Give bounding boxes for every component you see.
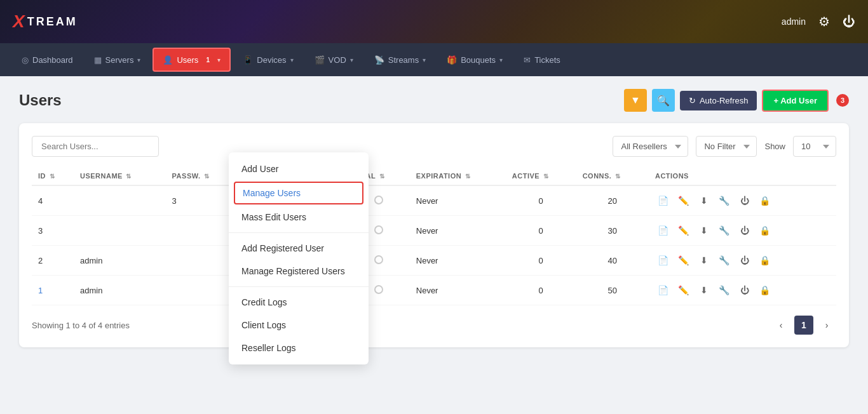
col-username: USERNAME ⇅ [74,167,166,185]
action-file-button[interactable]: 📄 [655,192,672,209]
action-hammer-button[interactable]: 🔧 [716,282,733,298]
logo[interactable]: X TREAM [13,13,78,30]
sidebar-item-vod[interactable]: 🎬 VOD ▾ [306,50,362,70]
action-lock-button[interactable]: 🔒 [757,282,773,298]
dropdown-manage-registered-users[interactable]: Manage Registered Users [229,260,369,283]
sidebar-item-streams[interactable]: 📡 Streams ▾ [365,50,435,70]
table-controls: All Resellers No Filter Show 10 25 50 10… [32,136,836,157]
action-hammer-button[interactable]: 🔧 [716,252,733,269]
action-hammer-button[interactable]: 🔧 [716,222,733,239]
show-count[interactable]: 10 25 50 100 [793,136,836,157]
nav-bouquets-label: Bouquets [461,55,496,65]
vod-icon: 🎬 [315,55,325,65]
cell-conns: 50 [576,276,649,305]
dropdown-mass-edit-users[interactable]: Mass Edit Users [229,206,369,229]
page-title: Users [19,91,62,109]
servers-icon: ▦ [94,55,102,65]
page-1-button[interactable]: 1 [794,316,813,335]
users-icon: 👤 [163,55,173,65]
prev-page-button[interactable]: ‹ [771,316,790,335]
dropdown-add-user[interactable]: Add User [229,157,369,180]
cell-password [166,216,238,246]
table-footer: Showing 1 to 4 of 4 entries ‹ 1 › [32,316,836,335]
sidebar-item-bouquets[interactable]: 🎁 Bouquets ▾ [438,50,512,70]
sidebar-item-users[interactable]: 👤 Users 1 ▾ [153,48,231,72]
add-user-label: + Add User [773,96,817,105]
table-card: All Resellers No Filter Show 10 25 50 10… [19,123,849,347]
filter-button[interactable]: ▼ [624,89,647,112]
status-filter[interactable]: No Filter [696,136,757,157]
col-expiration: EXPIRATION ⇅ [410,167,506,185]
bouquets-icon: 🎁 [447,55,457,65]
action-hammer-button[interactable]: 🔧 [716,192,733,209]
action-power-button[interactable]: ⏻ [736,252,753,269]
action-file-button[interactable]: 📄 [655,252,672,269]
action-file-button[interactable]: 📄 [655,282,672,298]
cell-id: 3 [32,216,74,246]
cell-actions: 📄 ✏️ ⬇ 🔧 ⏻ 🔒 [649,216,836,246]
page-actions: ▼ 🔍 ↻ Auto-Refresh + Add User 3 [624,89,849,112]
main-nav: ◎ Dashboard ▦ Servers ▾ 👤 Users 1 ▾ 📱 De… [0,43,868,76]
action-edit-button[interactable]: ✏️ [675,222,692,239]
search-input[interactable] [32,136,159,157]
cell-conns: 40 [576,246,649,276]
dropdown-client-logs[interactable]: Client Logs [229,314,369,337]
action-download-button[interactable]: ⬇ [696,192,712,209]
sidebar-item-dashboard[interactable]: ◎ Dashboard [13,50,82,70]
action-edit-button[interactable]: ✏️ [675,192,692,209]
table-row: 2 admin Never 0 40 📄 ✏️ ⬇ 🔧 [32,246,836,276]
table-row: 1 admin Never 0 50 📄 ✏️ ⬇ 🔧 [32,276,836,305]
action-edit-button[interactable]: ✏️ [675,282,692,298]
vod-chevron-icon: ▾ [350,57,353,63]
dropdown-manage-users[interactable]: Manage Users [234,182,363,204]
action-download-button[interactable]: ⬇ [696,282,712,298]
dropdown-credit-logs[interactable]: Credit Logs [229,291,369,314]
action-power-button[interactable]: ⏻ [736,282,753,298]
gear-icon[interactable]: ⚙ [818,14,830,29]
dropdown-divider-1 [229,232,369,233]
cell-password [166,276,238,305]
cell-username [74,185,166,216]
autorefresh-label: Auto-Refresh [700,96,749,105]
cell-username [74,216,166,246]
action-lock-button[interactable]: 🔒 [757,222,773,239]
table-row: 4 3 Never 0 20 📄 ✏️ ⬇ 🔧 [32,185,836,216]
dashboard-icon: ◎ [22,55,29,65]
cell-actions: 📄 ✏️ ⬇ 🔧 ⏻ 🔒 [649,185,836,216]
action-download-button[interactable]: ⬇ [696,222,712,239]
sidebar-item-tickets[interactable]: ✉ Tickets [515,50,569,70]
power-icon[interactable]: ⏻ [843,15,855,29]
action-lock-button[interactable]: 🔒 [757,192,773,209]
action-power-button[interactable]: ⏻ [736,192,753,209]
cell-password [166,246,238,276]
cell-expiration: Never [410,276,506,305]
auto-refresh-button[interactable]: ↻ Auto-Refresh [680,91,757,110]
col-conns: CONNS. ⇅ [576,167,649,185]
refresh-icon: ↻ [689,96,696,105]
col-password: PASSW. ⇅ [166,167,238,185]
sidebar-item-servers[interactable]: ▦ Servers ▾ [85,50,150,70]
action-download-button[interactable]: ⬇ [696,252,712,269]
reseller-filter[interactable]: All Resellers [613,136,688,157]
nav-vod-label: VOD [329,55,346,65]
cell-active: 0 [506,185,576,216]
users-chevron-icon: ▾ [217,57,220,63]
next-page-button[interactable]: › [817,316,836,335]
search-toggle-button[interactable]: 🔍 [652,89,675,112]
table-row: 3 Never 0 30 📄 ✏️ ⬇ 🔧 [32,216,836,246]
cell-actions: 📄 ✏️ ⬇ 🔧 ⏻ 🔒 [649,276,836,305]
users-badge: 1 [202,54,214,65]
cell-active: 0 [506,216,576,246]
cell-password: 3 [166,185,238,216]
dropdown-add-registered-user[interactable]: Add Registered User [229,237,369,260]
action-power-button[interactable]: ⏻ [736,222,753,239]
bouquets-chevron-icon: ▾ [499,57,503,63]
action-file-button[interactable]: 📄 [655,222,672,239]
dropdown-reseller-logs[interactable]: Reseller Logs [229,337,369,359]
sidebar-item-devices[interactable]: 📱 Devices ▾ [234,50,302,70]
action-edit-button[interactable]: ✏️ [675,252,692,269]
add-user-button[interactable]: + Add User [762,90,829,112]
action-lock-button[interactable]: 🔒 [757,252,773,269]
showing-entries: Showing 1 to 4 of 4 entries [32,321,130,330]
cell-username: admin [74,276,166,305]
